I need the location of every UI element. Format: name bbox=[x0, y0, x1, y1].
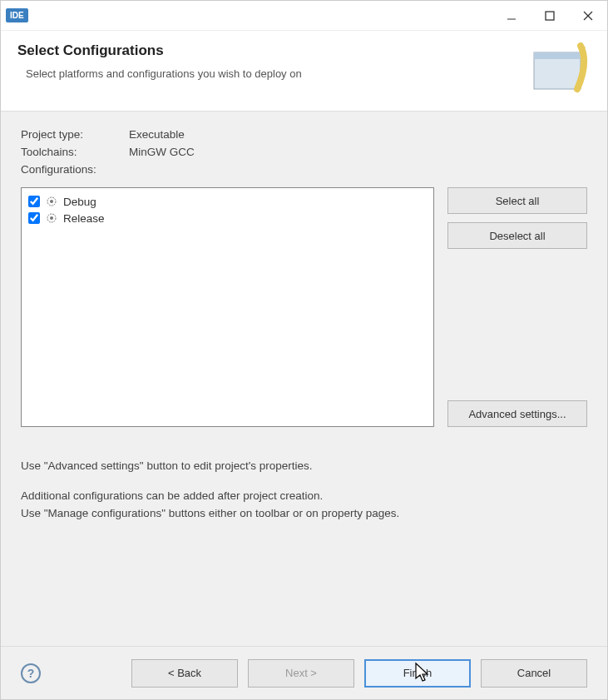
deselect-all-button[interactable]: Deselect all bbox=[447, 222, 587, 249]
page-title: Select Configurations bbox=[17, 42, 302, 59]
config-item-debug[interactable]: Debug bbox=[28, 193, 427, 210]
titlebar: IDE bbox=[1, 1, 607, 31]
footer-bar: ? < Back Next > Finish Cancel bbox=[1, 646, 607, 699]
header-text: Select Configurations Select platforms a… bbox=[17, 42, 302, 80]
page-subtitle: Select platforms and configurations you … bbox=[26, 67, 302, 80]
configurations-label: Configurations: bbox=[21, 163, 129, 176]
project-info: Project type: Executable Toolchains: Min… bbox=[21, 128, 587, 176]
help-icon[interactable]: ? bbox=[21, 663, 41, 683]
toolchains-label: Toolchains: bbox=[21, 146, 129, 158]
close-button[interactable] bbox=[569, 1, 607, 30]
window-controls bbox=[492, 1, 607, 30]
project-type-value: Executable bbox=[129, 128, 587, 141]
advanced-settings-button[interactable]: Advanced settings... bbox=[447, 400, 587, 427]
svg-rect-5 bbox=[534, 52, 581, 59]
project-type-label: Project type: bbox=[21, 128, 129, 141]
wizard-icon bbox=[529, 42, 591, 96]
toolchains-value: MinGW GCC bbox=[129, 146, 587, 158]
maximize-button[interactable] bbox=[531, 1, 569, 30]
config-label: Debug bbox=[63, 196, 96, 208]
header-banner: Select Configurations Select platforms a… bbox=[1, 31, 607, 111]
ide-badge-icon: IDE bbox=[6, 8, 28, 22]
cancel-button[interactable]: Cancel bbox=[481, 659, 587, 688]
hint-line-1: Use "Advanced settings" button to edit p… bbox=[21, 457, 587, 475]
next-button: Next > bbox=[248, 659, 354, 688]
minimize-button[interactable] bbox=[492, 1, 531, 30]
config-checkbox-debug[interactable] bbox=[28, 196, 40, 207]
hints-text: Use "Advanced settings" button to edit p… bbox=[21, 457, 587, 523]
content-area: Project type: Executable Toolchains: Min… bbox=[1, 111, 607, 646]
config-checkbox-release[interactable] bbox=[28, 212, 40, 224]
config-area: Debug Release Select all Deselect all Ad… bbox=[21, 187, 587, 427]
configurations-listbox[interactable]: Debug Release bbox=[21, 187, 434, 427]
config-icon bbox=[45, 211, 58, 225]
config-icon bbox=[45, 195, 58, 208]
svg-point-8 bbox=[50, 200, 53, 203]
select-all-button[interactable]: Select all bbox=[447, 187, 587, 214]
svg-point-10 bbox=[50, 216, 53, 220]
side-buttons: Select all Deselect all Advanced setting… bbox=[447, 187, 587, 427]
config-item-release[interactable]: Release bbox=[28, 210, 427, 226]
finish-button[interactable]: Finish bbox=[364, 659, 471, 688]
config-label: Release bbox=[63, 212, 105, 225]
svg-rect-1 bbox=[546, 12, 554, 20]
back-button[interactable]: < Back bbox=[131, 659, 238, 688]
wizard-window: IDE Select Configurations Select platfor… bbox=[0, 0, 608, 700]
hint-line-3: Use "Manage configurations" buttons eith… bbox=[21, 504, 587, 523]
hint-line-2: Additional configurations can be added a… bbox=[21, 487, 587, 505]
